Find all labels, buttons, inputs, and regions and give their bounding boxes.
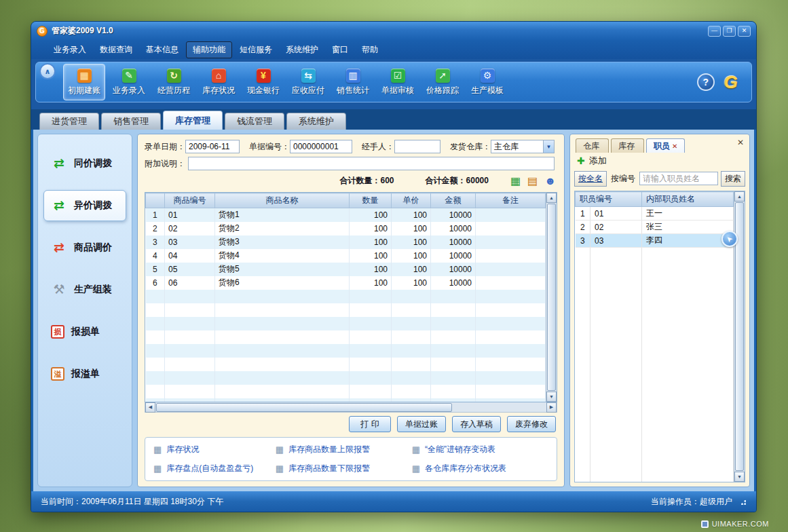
report-link[interactable]: ▦ 库存商品数量上限报警 <box>276 444 412 455</box>
item-row[interactable]: 1 01 货物1 100 100 10000 <box>146 208 546 222</box>
toolbar-button[interactable]: ⌂ 库存状况 <box>198 64 240 100</box>
toolbar-button-label: 生产模板 <box>471 85 504 96</box>
scroll-right-arrow-icon[interactable]: ▶ <box>546 402 557 413</box>
item-row[interactable]: 2 02 货物2 100 100 10000 <box>146 222 546 235</box>
staff-row[interactable]: 2 02 张三 <box>576 221 734 234</box>
app-window: G 管家婆2009 V1.0 — ❐ ✕ 业务录入 数据查询 基本信息 辅助功能… <box>31 21 757 512</box>
handler-input[interactable] <box>394 140 440 153</box>
cursor-pointer-icon: ➤ <box>721 231 738 247</box>
toolbar-button[interactable]: ↻ 经营历程 <box>153 64 195 100</box>
staff-row[interactable]: 3 03 李四 <box>576 234 734 248</box>
scrollbar-thumb[interactable] <box>156 403 452 412</box>
add-staff-button[interactable]: ✚ 添加 <box>570 153 749 169</box>
toolbar-button[interactable]: ✎ 业务录入 <box>108 64 150 100</box>
main-tab[interactable]: 销售管理 <box>101 113 161 130</box>
tab-close-icon[interactable]: ✕ <box>672 142 677 150</box>
search-button[interactable]: 搜索 <box>721 171 745 187</box>
report-link-label: 各仓库库存分布状况表 <box>425 463 506 474</box>
vertical-scrollbar[interactable]: ▲ ▼ <box>546 193 557 402</box>
menu-item[interactable]: 系统维护 <box>280 42 324 58</box>
scroll-up-arrow-icon[interactable]: ▲ <box>546 193 557 203</box>
menu-item[interactable]: 基本信息 <box>140 42 185 58</box>
item-row[interactable]: 5 05 货物5 100 100 10000 <box>146 263 546 276</box>
receivable-payable-icon: ⇆ <box>301 69 316 83</box>
staff-row[interactable]: 1 01 王一 <box>576 207 734 221</box>
column-header: 商品编号 <box>165 193 215 208</box>
staff-code: 02 <box>590 221 642 234</box>
menu-item[interactable]: 帮助 <box>356 42 384 58</box>
toolbar-scroll-up-button[interactable]: ∧ <box>39 63 56 79</box>
action-button[interactable]: 单据过账 <box>397 416 446 432</box>
main-tab[interactable]: 钱流管理 <box>225 113 284 130</box>
help-icon[interactable]: ? <box>697 73 715 91</box>
sidebar-item[interactable]: 损 报损单 <box>43 316 126 347</box>
filter-by-code-button[interactable]: 按编号 <box>609 173 637 185</box>
doc-number-input[interactable] <box>290 140 352 153</box>
toolbar-button[interactable]: ☑ 单据审核 <box>377 64 419 100</box>
report-link[interactable]: ▦ “全能”进销存变动表 <box>412 444 548 455</box>
close-button[interactable]: ✕ <box>738 26 751 37</box>
lookup-tab[interactable]: 职员 ✕ <box>646 138 685 153</box>
sidebar-item[interactable]: ⚒ 生产组装 <box>43 274 126 305</box>
note-input[interactable] <box>188 157 555 170</box>
menu-item[interactable]: 窗口 <box>326 42 354 58</box>
action-button[interactable]: 打 印 <box>349 416 391 432</box>
scrollbar-thumb[interactable] <box>547 204 556 391</box>
item-row[interactable]: 3 03 货物3 100 100 10000 <box>146 235 546 249</box>
toolbar-button[interactable]: ⚙ 生产模板 <box>466 64 508 100</box>
main-tab[interactable]: 库存管理 <box>163 111 223 130</box>
report-link[interactable]: ▦ 库存商品数量下限报警 <box>276 463 412 474</box>
warehouse-icon: ⌂ <box>212 69 226 83</box>
item-row[interactable]: 6 06 货物6 100 100 10000 <box>146 276 546 290</box>
warehouse-select[interactable]: 主仓库 ▼ <box>491 140 555 153</box>
toolbar-button-label: 经营历程 <box>157 85 190 96</box>
toolbar-button[interactable]: ⇆ 应收应付 <box>287 64 329 100</box>
report-link[interactable]: ▦ 各仓库库存分布状况表 <box>412 463 548 474</box>
calculator-icon[interactable]: ▤ <box>527 176 538 187</box>
sidebar-item[interactable]: 溢 报溢单 <box>43 358 126 390</box>
horizontal-scrollbar[interactable]: ◀ ▶ <box>145 402 557 413</box>
report-link[interactable]: ▦ 库存状况 <box>153 444 276 455</box>
toolbar-button[interactable]: ▥ 销售统计 <box>332 64 374 100</box>
staff-name-header: 内部职员姓名 <box>642 192 734 207</box>
record-date-input[interactable] <box>185 140 240 153</box>
main-tab[interactable]: 系统维护 <box>286 113 346 130</box>
menu-item[interactable]: 数据查询 <box>94 42 138 58</box>
items-table-area: 商品编号商品名称数量单价金额备注 1 01 货物1 100 100 <box>145 192 557 402</box>
app-logo-icon: G <box>37 26 48 37</box>
staff-search-input[interactable] <box>639 172 718 185</box>
action-button[interactable]: 废弃修改 <box>507 416 556 432</box>
item-price: 100 <box>392 249 431 263</box>
person-icon[interactable]: ☻ <box>544 176 556 187</box>
menu-item[interactable]: 辅助功能 <box>186 41 232 58</box>
scroll-up-arrow-icon[interactable]: ▲ <box>734 191 745 202</box>
lookup-tab[interactable]: 库存 <box>611 138 644 153</box>
toolbar-button[interactable]: ➚ 价格跟踪 <box>421 64 464 100</box>
menu-item[interactable]: 短信服务 <box>233 42 278 58</box>
document-form: 录单日期： 单据编号： 经手人： 发货仓库： <box>138 134 564 191</box>
sidebar-item[interactable]: ⇄ 商品调价 <box>43 232 126 263</box>
empty-row <box>576 302 734 316</box>
scroll-down-arrow-icon[interactable]: ▼ <box>546 392 557 402</box>
lookup-tab[interactable]: 仓库 <box>576 138 609 153</box>
report-link[interactable]: ▦ 库存盘点(自动盘盈盘亏) <box>153 463 276 474</box>
menu-item[interactable]: 业务录入 <box>48 42 92 58</box>
action-button[interactable]: 存入草稿 <box>452 416 501 432</box>
restore-button[interactable]: ❐ <box>723 26 736 37</box>
toolbar-button[interactable]: ▦ 初期建账 <box>63 64 105 100</box>
empty-row <box>576 424 734 438</box>
item-row[interactable]: 4 04 货物4 100 100 10000 <box>146 249 546 263</box>
resize-grip[interactable] <box>739 498 747 506</box>
scroll-left-arrow-icon[interactable]: ◀ <box>145 402 155 413</box>
minimize-button[interactable]: — <box>708 26 721 37</box>
sidebar-item[interactable]: ⇄ 异价调拨 <box>43 190 126 221</box>
brand-logo-icon: G <box>724 72 738 93</box>
grid-sheet-icon[interactable]: ▦ <box>510 176 521 187</box>
scroll-down-arrow-icon[interactable]: ▼ <box>734 472 745 482</box>
main-tab[interactable]: 进货管理 <box>39 113 99 130</box>
panel-close-icon[interactable]: ✕ <box>737 138 744 147</box>
filter-by-name-button[interactable]: 按全名 <box>574 171 607 187</box>
toolbar-button[interactable]: ¥ 现金银行 <box>242 64 284 100</box>
sidebar-item[interactable]: ⇄ 同价调拨 <box>43 148 126 179</box>
staff-code: 03 <box>590 234 642 248</box>
